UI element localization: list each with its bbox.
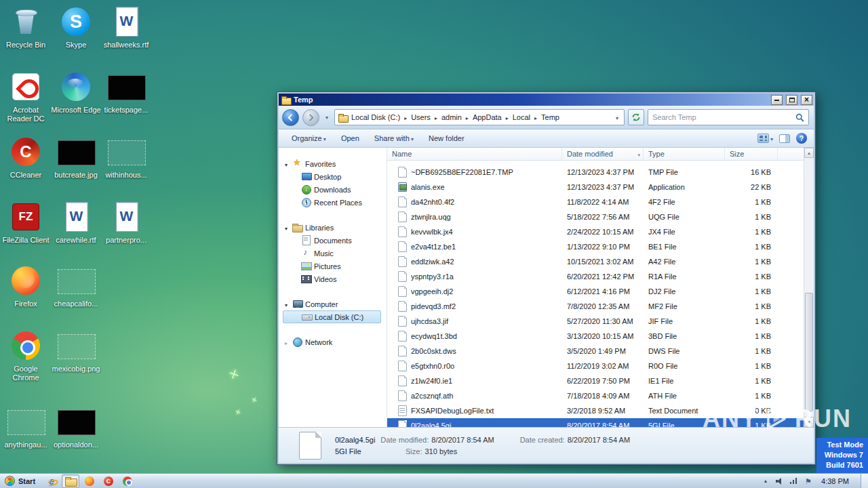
search-box[interactable] [648,109,809,125]
search-icon[interactable] [795,113,804,122]
maximize-icon [789,98,795,102]
expander-icon[interactable] [283,300,290,308]
sidebar-item-desktop[interactable]: Desktop [283,170,387,183]
column-header-size[interactable]: Size [725,148,778,160]
disk-icon [302,312,312,322]
command-new-folder[interactable]: New folder [422,131,471,145]
file-row-vgpgeeih-dj2[interactable]: vgpgeeih.dj2 6/12/2021 4:16 PM DJ2 File … [387,284,804,299]
desktop-icon-firefox[interactable]: Firefox [0,264,52,308]
address-dropdown[interactable] [614,113,620,121]
desktop-icon-mexicobig-png[interactable]: mexicobig.png [50,329,102,373]
sidebar-section-header[interactable]: Network [283,336,387,348]
desktop-icon-recycle-bin[interactable]: Recycle Bin [0,5,52,49]
vertical-scrollbar[interactable] [804,148,814,427]
expander-icon[interactable] [283,160,290,168]
desktop-icon-partnerpro[interactable]: partnerpro... [100,201,152,245]
show-desktop-button[interactable] [861,474,868,488]
desktop-icon-ccleaner[interactable]: CCleaner [0,136,52,180]
minimize-button[interactable] [771,95,783,105]
taskbar-pinned-chrome[interactable] [119,474,136,488]
sidebar-item-documents[interactable]: Documents [283,234,387,247]
command-organize[interactable]: Organize [285,131,332,145]
file-row-e5gtxhn0-r0o[interactable]: e5gtxhn0.r0o 11/2/2019 3:02 AM R0O File … [387,359,804,373]
sidebar-item-pictures[interactable]: Pictures [283,260,387,272]
sidebar-section-header[interactable]: Computer [283,298,387,310]
help-button[interactable] [796,133,807,144]
sidebar-item-downloads[interactable]: Downloads [283,183,387,196]
file-row-alanis-exe[interactable]: alanis.exe 12/13/2023 4:37 PM Applicatio… [387,180,804,195]
file-row-dfb6925b8ef22081e7-tmp[interactable]: ~DFB6925B8EF22081E7.TMP 12/13/2023 4:37 … [387,165,804,180]
taskbar-pinned-firefox[interactable] [81,474,98,488]
file-row-e2va4t1z-be1[interactable]: e2va4t1z.be1 1/13/2022 9:10 PM BE1 File … [387,239,804,254]
desktop-icon-carewhile-rtf[interactable]: carewhile.rtf [50,201,102,245]
file-row-da42nht0-4f2[interactable]: da42nht0.4f2 11/8/2022 4:14 AM 4F2 File … [387,195,804,209]
desktop-icon-microsoft-edge[interactable]: Microsoft Edge [50,70,102,115]
search-input[interactable] [652,113,793,121]
file-row-eddlziwk-a42[interactable]: eddlziwk.a42 10/15/2021 3:02 AM A42 File… [387,254,804,269]
tray-network-icon[interactable] [789,476,799,486]
sidebar-item-local-disk-c[interactable]: Local Disk (C:) [283,310,381,323]
breadcrumb-item-appdata[interactable]: AppData [469,113,505,121]
file-row-z1lw24f0-ie1[interactable]: z1lw24f0.ie1 6/22/2019 7:50 PM IE1 File … [387,373,804,388]
desktop-icon-skype[interactable]: Skype [50,5,102,49]
recent-pages-dropdown[interactable] [323,115,331,121]
file-row-kevvwlbk-jx4[interactable]: kevvwlbk.jx4 2/24/2022 10:15 AM JX4 File… [387,224,804,239]
sidebar-section-header[interactable]: Libraries [283,221,387,234]
forward-button[interactable] [302,109,319,126]
desktop-icon-optionaldon[interactable]: optionaldon... [50,405,102,449]
sidebar-item-videos[interactable]: Videos [283,272,387,285]
desktop-icon-withinhous[interactable]: withinhous... [100,136,152,180]
breadcrumb: Local Disk (C:)UsersadminAppDataLocalTem… [348,113,563,121]
desktop-icon-google-chrome[interactable]: Google Chrome [0,329,52,382]
sidebar-item-music[interactable]: Music [283,247,387,260]
column-header-name[interactable]: Name [387,148,562,160]
column-header-type[interactable]: Type [644,148,725,160]
breadcrumb-item-local[interactable]: Local [509,113,534,121]
picture-icon [301,261,311,271]
breadcrumb-item-temp[interactable]: Temp [538,113,563,121]
scrollbar-track[interactable] [804,158,814,417]
breadcrumb-item-users[interactable]: Users [408,113,434,121]
file-row-ztwnjlra-uqg[interactable]: ztwnjlra.uqg 5/18/2022 7:56 AM UQG File … [387,209,804,224]
file-row-yspntpy3-r1a[interactable]: yspntpy3.r1a 6/20/2021 12:42 PM R1A File… [387,269,804,284]
close-button[interactable] [801,95,812,105]
taskbar-clock[interactable]: 4:38 PM [818,477,856,485]
command-open[interactable]: Open [335,131,366,145]
breadcrumb-item-local-disk-c[interactable]: Local Disk (C:) [348,113,403,121]
preview-pane-button[interactable] [779,134,790,143]
desktop-icon-anythingau[interactable]: anythingau... [0,405,52,449]
tray-chevron-icon[interactable] [761,476,770,486]
scrollbar-thumb[interactable] [805,293,813,412]
file-row-2b0c0skt-dws[interactable]: 2b0c0skt.dws 3/5/2020 1:49 PM DWS File 1… [387,344,804,359]
taskbar-pinned-internet-explorer[interactable] [43,474,60,488]
start-button[interactable]: Start [0,474,42,488]
expander-icon[interactable] [283,224,290,232]
sidebar-item-recent-places[interactable]: Recent Places [283,196,387,209]
change-view-button[interactable] [757,134,773,143]
command-share-with[interactable]: Share with [368,131,420,145]
taskbar-pinned-ccleaner[interactable] [100,474,117,488]
desktop-icon-acrobat-reader-dc[interactable]: Acrobat Reader DC [0,70,52,123]
file-row-ecydwq1t-3bd[interactable]: ecydwq1t.3bd 3/13/2020 10:15 AM 3BD File… [387,329,804,344]
sidebar-section-header[interactable]: Favorites [283,157,387,170]
file-type: IE1 File [644,377,725,385]
desktop-icon-filezilla-client[interactable]: FileZilla Client [0,201,52,245]
expander-icon[interactable] [283,338,290,346]
desktop-icon-shallweeks-rtf[interactable]: shallweeks.rtf [100,5,152,49]
address-bar[interactable]: Local Disk (C:)UsersadminAppDataLocalTem… [334,109,625,125]
tray-flag-icon[interactable] [804,476,813,486]
desktop-icon-butcreate-jpg[interactable]: butcreate.jpg [50,136,102,180]
taskbar-pinned-windows-explorer[interactable] [62,474,79,488]
file-row-a2csznqf-ath[interactable]: a2csznqf.ath 7/18/2018 4:09 AM ATH File … [387,388,804,403]
breadcrumb-item-admin[interactable]: admin [438,113,465,121]
desktop-icon-ticketspage[interactable]: ticketspage... [100,70,152,115]
desktop-icon-cheapcalifo[interactable]: cheapcalifo... [50,264,102,308]
column-header-date-modified[interactable]: Date modified [562,148,644,160]
refresh-button[interactable] [628,109,644,125]
scroll-up-button[interactable] [804,148,814,158]
tray-volume-icon[interactable] [775,476,785,486]
file-row-ujhcdsa3-jif[interactable]: ujhcdsa3.jif 5/27/2020 11:30 AM JIF File… [387,314,804,329]
maximize-button[interactable] [786,95,797,105]
file-row-pidevqd3-mf2[interactable]: pidevqd3.mf2 7/8/2020 12:35 AM MF2 File … [387,299,804,314]
back-button[interactable] [282,109,299,126]
